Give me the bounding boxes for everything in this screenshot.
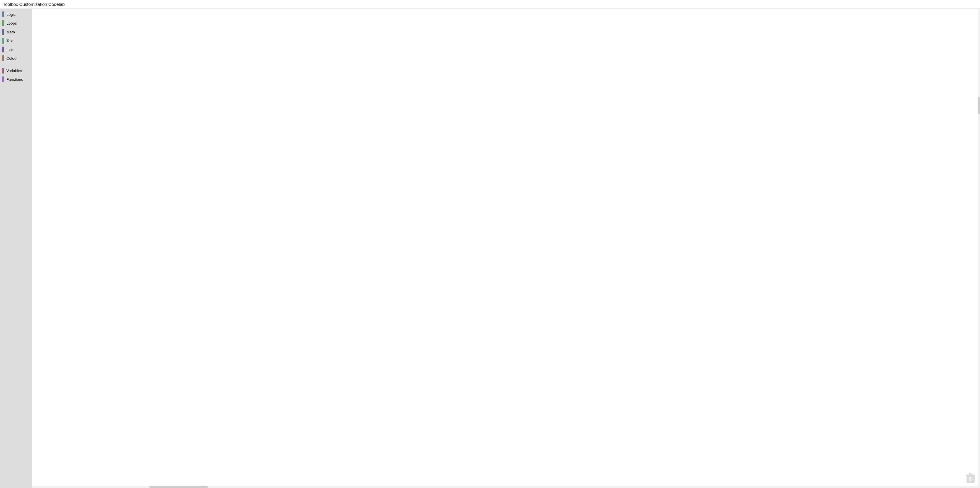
sidebar-item-functions[interactable]: Functions [0,75,32,84]
scrollbar-bottom-thumb[interactable] [150,486,208,488]
header: Toolbox Customization Codelab [0,0,980,9]
color-bar [2,76,4,82]
color-bar [2,46,4,52]
page-title: Toolbox Customization Codelab [3,2,977,7]
sidebar-item-label: Functions [6,77,23,82]
svg-rect-3 [969,477,970,481]
sidebar-item-logic[interactable]: Logic [0,10,32,19]
color-bar [2,56,4,61]
color-bar [2,38,4,44]
sidebar-item-label: Math [6,30,15,34]
trash-icon [966,473,975,483]
color-bar [2,68,4,73]
sidebar-item-text[interactable]: Text [0,36,32,45]
color-bar [2,20,4,26]
svg-rect-1 [966,475,975,476]
toolbox: LogicLoopsMathTextListsColourVariablesFu… [0,9,32,488]
sidebar-item-loops[interactable]: Loops [0,19,32,27]
main-area: LogicLoopsMathTextListsColourVariablesFu… [0,9,980,488]
sidebar-item-label: Colour [6,56,18,60]
sidebar-item-variables[interactable]: Variables [0,66,32,75]
scrollbar-right-thumb[interactable] [978,97,980,114]
sidebar-item-math[interactable]: Math [0,27,32,36]
color-bar [2,11,4,17]
sidebar-item-label: Variables [6,68,22,73]
svg-rect-2 [969,473,972,475]
sidebar-item-colour[interactable]: Colour [0,54,32,63]
sidebar-item-label: Text [6,39,13,43]
sidebar-item-label: Loops [6,21,17,25]
svg-rect-5 [972,477,972,481]
sidebar-item-label: Logic [6,12,16,17]
sidebar-item-lists[interactable]: Lists [0,45,32,54]
sidebar-item-label: Lists [6,48,14,52]
workspace[interactable] [32,9,980,488]
scrollbar-right[interactable] [978,9,980,488]
svg-rect-4 [970,477,971,481]
toolbox-separator [0,63,32,66]
color-bar [2,29,4,35]
scrollbar-bottom[interactable] [32,486,978,488]
